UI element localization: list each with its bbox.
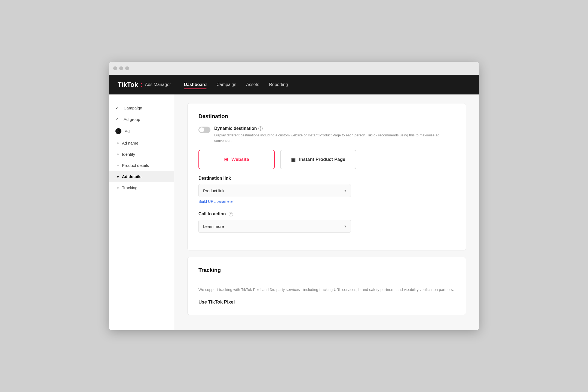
sidebar-label-ad: Ad bbox=[125, 129, 130, 134]
sidebar-item-identity[interactable]: Identity bbox=[109, 149, 174, 160]
check-icon-ad-group: ✓ bbox=[115, 117, 120, 122]
call-to-action-chevron: ▾ bbox=[344, 224, 346, 228]
destination-card: Destination Dynamic destination ? Displa… bbox=[187, 103, 466, 250]
build-url-link[interactable]: Build URL parameter bbox=[198, 199, 234, 204]
brand-logo: TikTok : Ads Manager bbox=[118, 81, 171, 88]
tracking-title: Tracking bbox=[198, 267, 455, 273]
nav-dashboard[interactable]: Dashboard bbox=[184, 81, 207, 88]
title-bar bbox=[109, 62, 479, 75]
sidebar-label-ad-name: Ad name bbox=[122, 141, 138, 145]
app-window: TikTok : Ads Manager Dashboard Campaign … bbox=[109, 62, 479, 330]
nav-reporting[interactable]: Reporting bbox=[269, 81, 288, 88]
dest-type-website-label: Website bbox=[231, 157, 249, 162]
sidebar-item-ad[interactable]: 3 Ad bbox=[109, 125, 174, 137]
bullet-ad-details bbox=[117, 176, 119, 177]
traffic-light-close[interactable] bbox=[113, 66, 117, 70]
number-badge-ad: 3 bbox=[115, 128, 121, 134]
sidebar-label-tracking: Tracking bbox=[122, 185, 137, 190]
bullet-identity bbox=[117, 154, 119, 155]
tracking-description: We support tracking with TikTok Pixel an… bbox=[198, 287, 455, 293]
sidebar-item-ad-name[interactable]: Ad name bbox=[109, 137, 174, 149]
sidebar-label-ad-group: Ad group bbox=[124, 117, 140, 122]
content-area: Destination Dynamic destination ? Displa… bbox=[174, 94, 479, 330]
dynamic-destination-row: Dynamic destination ? Display different … bbox=[198, 126, 455, 143]
brand-tiktok-text: TikTok bbox=[118, 81, 138, 88]
sidebar-label-identity: Identity bbox=[122, 152, 135, 157]
main-layout: ✓ Campaign ✓ Ad group 3 Ad Ad name Ident… bbox=[109, 94, 479, 330]
bullet-ad-name bbox=[117, 142, 119, 144]
sidebar-item-ad-details[interactable]: Ad details bbox=[109, 171, 174, 182]
bullet-tracking bbox=[117, 187, 119, 189]
call-to-action-help-icon[interactable]: ? bbox=[229, 212, 233, 216]
bullet-product-details bbox=[117, 165, 119, 166]
tracking-card: Tracking We support tracking with TikTok… bbox=[187, 257, 466, 315]
brand-dot: : bbox=[140, 81, 143, 88]
dest-type-instant-page-label: Instant Product Page bbox=[299, 157, 345, 162]
brand-sub-text: Ads Manager bbox=[145, 82, 171, 87]
destination-link-label: Destination link bbox=[198, 176, 455, 181]
dynamic-destination-label: Dynamic destination ? bbox=[214, 126, 455, 131]
sidebar-label-product-details: Product details bbox=[122, 163, 149, 168]
nav-assets[interactable]: Assets bbox=[246, 81, 259, 88]
sidebar-item-ad-group[interactable]: ✓ Ad group bbox=[109, 114, 174, 125]
tracking-divider bbox=[188, 280, 466, 280]
dest-type-instant-page-button[interactable]: ▣ Instant Product Page bbox=[280, 150, 356, 169]
traffic-light-minimize[interactable] bbox=[119, 66, 123, 70]
call-to-action-label: Call to action ? bbox=[198, 212, 455, 216]
call-to-action-group: Call to action ? Learn more ▾ bbox=[198, 212, 455, 233]
sidebar-item-tracking[interactable]: Tracking bbox=[109, 182, 174, 193]
destination-type-row: ⊞ Website ▣ Instant Product Page bbox=[198, 150, 455, 169]
dynamic-destination-toggle[interactable] bbox=[198, 127, 210, 133]
nav-campaign[interactable]: Campaign bbox=[216, 81, 236, 88]
nav-items: Dashboard Campaign Assets Reporting bbox=[184, 81, 288, 88]
traffic-light-fullscreen[interactable] bbox=[125, 66, 129, 70]
check-icon-campaign: ✓ bbox=[115, 105, 120, 110]
destination-link-select[interactable]: Product link ▾ bbox=[198, 184, 351, 197]
sidebar-item-campaign[interactable]: ✓ Campaign bbox=[109, 102, 174, 114]
dest-type-website-button[interactable]: ⊞ Website bbox=[198, 150, 275, 169]
call-to-action-select[interactable]: Learn more ▾ bbox=[198, 220, 351, 233]
destination-link-group: Destination link Product link ▾ Build UR… bbox=[198, 176, 455, 204]
sidebar: ✓ Campaign ✓ Ad group 3 Ad Ad name Ident… bbox=[109, 94, 174, 330]
dynamic-destination-help-icon[interactable]: ? bbox=[258, 126, 263, 131]
sidebar-item-product-details[interactable]: Product details bbox=[109, 160, 174, 171]
instant-page-icon: ▣ bbox=[291, 157, 296, 163]
dynamic-destination-description: Display different destinations including… bbox=[214, 133, 455, 143]
destination-title: Destination bbox=[198, 113, 455, 120]
dynamic-destination-content: Dynamic destination ? Display different … bbox=[214, 126, 455, 143]
top-navigation: TikTok : Ads Manager Dashboard Campaign … bbox=[109, 75, 479, 94]
call-to-action-value: Learn more bbox=[203, 224, 224, 229]
sidebar-label-ad-details: Ad details bbox=[122, 174, 142, 179]
website-icon: ⊞ bbox=[224, 157, 228, 163]
destination-link-value: Product link bbox=[203, 188, 224, 193]
use-tiktok-pixel-label: Use TikTok Pixel bbox=[198, 299, 455, 305]
sidebar-label-campaign: Campaign bbox=[124, 106, 142, 110]
destination-link-chevron: ▾ bbox=[344, 188, 346, 193]
